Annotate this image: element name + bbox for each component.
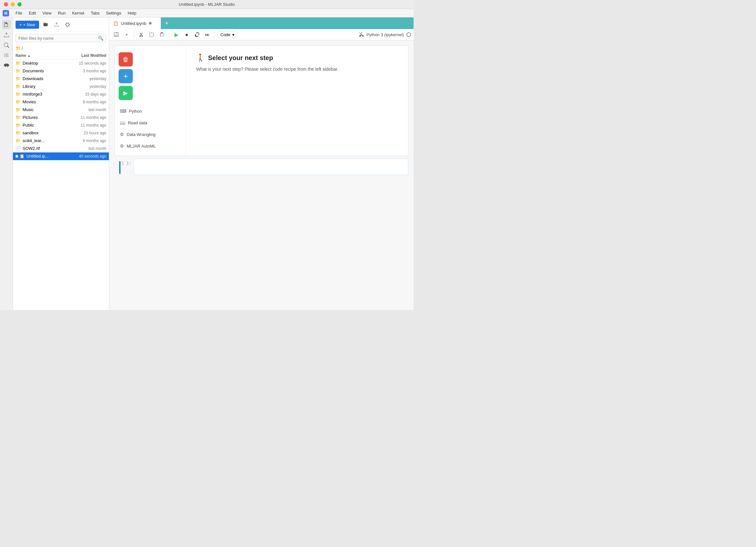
- menu-edit[interactable]: Edit: [26, 10, 38, 16]
- sidebar-list-icon[interactable]: [2, 51, 11, 60]
- file-date: 40 seconds ago: [64, 154, 106, 159]
- data-wrangling-icon: ⚙: [120, 132, 124, 137]
- add-recipe-button[interactable]: +: [119, 69, 133, 83]
- search-input[interactable]: [18, 36, 98, 41]
- sidebar-files-icon[interactable]: [2, 20, 11, 29]
- file-name: Untitled.ip...: [26, 154, 64, 159]
- file-date: last month: [64, 146, 106, 151]
- walk-icon: 🚶: [196, 54, 205, 62]
- file-row[interactable]: 📁 Pictures 11 months ago: [13, 114, 109, 121]
- fast-forward-button[interactable]: ⏭: [203, 30, 212, 39]
- add-tab-button[interactable]: +: [161, 17, 173, 29]
- folder-icon: 📁: [16, 100, 21, 104]
- file-row[interactable]: 📁 Public 11 months ago: [13, 121, 109, 129]
- menu-help[interactable]: Help: [125, 10, 139, 16]
- file-icon: 📄: [16, 146, 21, 151]
- file-date: yesterday: [64, 84, 106, 89]
- file-row[interactable]: 📁 Music last month: [13, 106, 109, 114]
- notebook-icon: 📋: [19, 154, 25, 159]
- sidebar-extensions-icon[interactable]: [2, 61, 11, 70]
- mljar-main: 🚶 Select your next step What is your nex…: [186, 46, 408, 156]
- file-date: 11 months ago: [64, 115, 106, 120]
- mljar-action-buttons: 🗑 + ▶: [115, 50, 185, 105]
- run-recipe-button[interactable]: ▶: [119, 86, 133, 100]
- file-name: miniforge3: [23, 92, 64, 97]
- file-row[interactable]: 📋 Untitled.ip... 40 seconds ago: [13, 153, 109, 160]
- new-button[interactable]: + + New: [16, 21, 39, 29]
- menu-python[interactable]: ⌨ Python: [115, 105, 185, 117]
- folder-icon: 📁: [16, 68, 21, 73]
- file-name: Public: [23, 123, 64, 128]
- menu-kernel[interactable]: Kernel: [69, 10, 87, 16]
- kernel-circle: [406, 32, 411, 37]
- search-bar[interactable]: 🔍: [16, 34, 106, 42]
- refresh-button[interactable]: [63, 20, 72, 29]
- menu-data-wrangling[interactable]: ⚙ Data Wrangling: [115, 129, 185, 140]
- file-row[interactable]: 📁 Desktop 15 seconds ago: [13, 59, 109, 67]
- toolbar-sep-3: [215, 31, 215, 38]
- file-name: Movies: [23, 100, 64, 104]
- restart-button[interactable]: [193, 30, 202, 39]
- cell-type-select[interactable]: Code ▾: [217, 31, 237, 38]
- file-panel: + + New 🔍: [13, 17, 109, 310]
- cell-body[interactable]: [134, 159, 408, 175]
- close-button[interactable]: [4, 2, 8, 6]
- menu-automl[interactable]: ⚙ MLJAR AutoML: [115, 140, 185, 152]
- file-row[interactable]: 📁 sandbox 23 hours ago: [13, 129, 109, 137]
- menu-view[interactable]: View: [40, 10, 54, 16]
- mljar-sidebar: 🗑 + ▶ ⌨ Python: [115, 46, 186, 156]
- code-cell-input[interactable]: [134, 159, 408, 174]
- folder-icon: 📁: [16, 107, 21, 112]
- stop-button[interactable]: ■: [182, 30, 191, 39]
- file-row[interactable]: 📄 SOW2.rtf last month: [13, 145, 109, 153]
- file-list-header: Name ▲ Last Modified: [13, 52, 109, 59]
- delete-button[interactable]: 🗑: [119, 52, 133, 67]
- cut-button[interactable]: [137, 30, 146, 39]
- notebook-tab[interactable]: 📋 Untitled.ipynb: [109, 17, 161, 29]
- menubar: M File Edit View Run Kernel Tabs Setting…: [0, 9, 414, 17]
- run-icon: ▶: [123, 89, 128, 97]
- minimize-button[interactable]: [11, 2, 15, 6]
- copy-button[interactable]: [147, 30, 156, 39]
- file-row[interactable]: 📁 miniforge3 15 days ago: [13, 90, 109, 98]
- file-row[interactable]: 📁 Library yesterday: [13, 83, 109, 90]
- maximize-button[interactable]: [17, 2, 22, 6]
- mljar-panel: 🗑 + ▶ ⌨ Python: [114, 46, 408, 156]
- file-row[interactable]: 📁 scikit_lear... 9 months ago: [13, 137, 109, 145]
- notebook-toolbar: + ▶ ■: [109, 29, 414, 40]
- file-name: scikit_lear...: [23, 138, 64, 143]
- new-folder-button[interactable]: [41, 20, 50, 29]
- automl-icon: ⚙: [120, 143, 124, 149]
- sidebar-upload-icon[interactable]: [2, 30, 11, 39]
- file-row[interactable]: 📁 Downloads yesterday: [13, 75, 109, 83]
- file-name: sandbox: [23, 131, 64, 135]
- file-name: Downloads: [23, 76, 64, 81]
- file-name: Desktop: [23, 61, 64, 66]
- col-modified-header: Last Modified: [64, 53, 106, 58]
- breadcrumb-folder-icon: 📁: [16, 46, 21, 51]
- sidebar-search-icon[interactable]: [2, 41, 11, 50]
- breadcrumb: 📁 /: [13, 44, 109, 52]
- file-name: Library: [23, 84, 64, 89]
- paste-button[interactable]: [157, 30, 166, 39]
- folder-icon: 📁: [16, 76, 21, 81]
- folder-icon: 📁: [16, 138, 21, 143]
- run-button[interactable]: ▶: [172, 30, 181, 39]
- menu-tabs[interactable]: Tabs: [88, 10, 102, 16]
- file-row[interactable]: 📁 Documents 3 months ago: [13, 67, 109, 75]
- folder-icon: 📁: [16, 61, 21, 66]
- folder-icon: 📁: [16, 84, 21, 89]
- file-date: 15 days ago: [64, 92, 106, 97]
- file-name: Pictures: [23, 115, 64, 120]
- file-row[interactable]: 📁 Movies 9 months ago: [13, 98, 109, 106]
- save-button[interactable]: [112, 30, 121, 39]
- menu-run[interactable]: Run: [55, 10, 68, 16]
- col-name-header[interactable]: Name ▲: [16, 53, 64, 58]
- add-cell-button[interactable]: +: [122, 30, 131, 39]
- cell-label: [ ]:: [122, 161, 131, 166]
- menu-file[interactable]: File: [13, 10, 25, 16]
- menu-read-data[interactable]: 📖 Read data: [115, 117, 185, 129]
- file-name: Documents: [23, 68, 64, 73]
- upload-button[interactable]: [52, 20, 61, 29]
- menu-settings[interactable]: Settings: [103, 10, 124, 16]
